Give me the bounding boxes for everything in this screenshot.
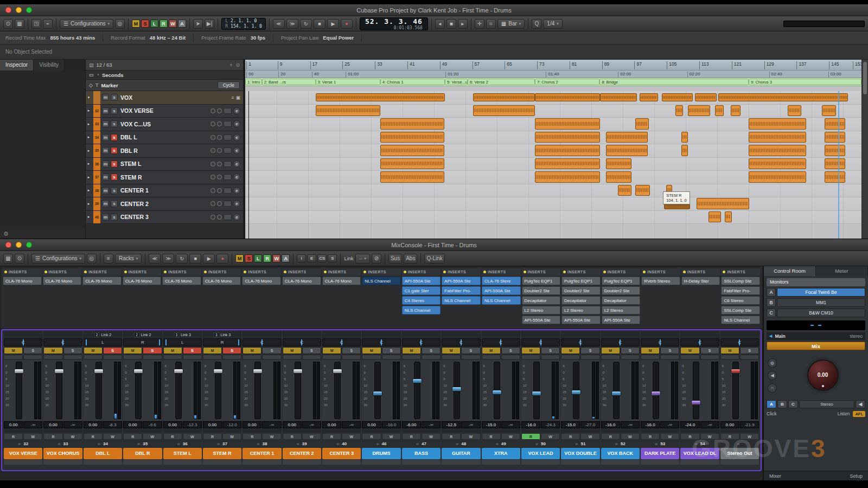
inserts-header[interactable]: INSERTS (522, 268, 561, 275)
audio-event[interactable] (606, 158, 632, 170)
scrollbar-thumb[interactable] (863, 62, 867, 94)
inserts-header[interactable]: INSERTS (43, 268, 82, 275)
fader-cap[interactable] (412, 378, 422, 383)
edit-channel-button[interactable] (143, 355, 162, 359)
go-to-next-marker-button[interactable]: ≫ (162, 254, 174, 264)
main-level-knob[interactable]: 0.00 (807, 359, 839, 391)
fader-column[interactable]: 60510152030 (84, 361, 113, 420)
channel-name[interactable]: GUITAR (442, 448, 480, 459)
mute-button[interactable]: M (242, 347, 261, 354)
pan-control[interactable]: C (283, 338, 321, 346)
listen-button[interactable] (203, 355, 222, 359)
state-button-a[interactable]: A (178, 20, 186, 28)
audio-event[interactable] (749, 118, 806, 130)
state-button-l[interactable]: L (254, 254, 262, 262)
play-button[interactable]: ▶ (327, 19, 339, 29)
write-automation-button[interactable]: W (63, 433, 82, 440)
pan-control[interactable]: C (322, 338, 361, 346)
track-mute-button[interactable]: m (102, 134, 109, 141)
punch-stop-icon[interactable]: ■ (446, 19, 456, 29)
read-automation-button[interactable]: R (322, 433, 341, 440)
mute-button[interactable]: M (362, 347, 381, 354)
insert-slot[interactable]: API-550A Ste (561, 316, 601, 324)
solo-button[interactable]: S (660, 347, 679, 354)
state-button-w[interactable]: W (272, 254, 280, 262)
folder-open-icon[interactable]: ▾ (86, 95, 92, 100)
track-arrow-icon[interactable]: ▸ (86, 122, 92, 126)
marker-cell[interactable]: 6: Verse 2 (468, 79, 535, 85)
fader-value[interactable]: 0.00 (4, 421, 23, 428)
read-automation-button[interactable]: R (561, 433, 580, 440)
audio-event[interactable] (695, 93, 717, 101)
dim-button[interactable]: ◍ (768, 358, 777, 368)
write-automation-button[interactable]: W (541, 433, 560, 440)
read-automation-button[interactable]: R (402, 433, 421, 440)
insert-slot[interactable]: PuigTec EQP1 (561, 277, 601, 285)
solo-button[interactable]: S (621, 347, 640, 354)
monitor-button[interactable] (217, 201, 222, 206)
fader-cap[interactable] (333, 369, 342, 374)
inserts-header[interactable]: INSERTS (362, 268, 401, 275)
track-solo-button[interactable]: s (111, 147, 118, 154)
edit-channel-button[interactable]: e (233, 147, 240, 154)
read-automation-button[interactable]: R (641, 433, 660, 440)
setup-toolbar-icon[interactable]: ▦ (15, 19, 24, 29)
track-row[interactable]: ▸32msVOX VERSEe (86, 105, 243, 118)
listen-button[interactable] (283, 355, 302, 359)
fader-cap[interactable] (94, 369, 104, 374)
record-button[interactable]: ● (341, 19, 353, 29)
track-row[interactable]: ▸38msCENTER 1e (86, 184, 243, 198)
tab-setup[interactable]: Setup (850, 473, 863, 479)
state-button-m[interactable]: M (235, 254, 244, 262)
fader-track[interactable] (414, 362, 420, 419)
track-controls-box[interactable] (224, 134, 232, 140)
inserts-header[interactable]: INSERTS (123, 268, 162, 275)
track-controls-box[interactable] (224, 201, 232, 207)
insert-slot[interactable]: CLA-76 Mono (202, 277, 241, 285)
edit-channel-button[interactable] (23, 355, 42, 359)
fader-column[interactable]: 60510152030 (164, 361, 193, 420)
insert-slot[interactable]: NLS Channel (402, 306, 441, 314)
headphone-button[interactable]: ∩ (768, 383, 777, 393)
inserts-header[interactable]: INSERTS (82, 268, 122, 275)
insert-slot[interactable]: Decapitator (522, 296, 561, 305)
peak-value[interactable]: -∞ (621, 421, 640, 428)
audio-event[interactable] (718, 93, 848, 101)
edit-channel-button[interactable] (660, 355, 679, 359)
camera-icon[interactable]: ◎ (115, 19, 125, 29)
insert-slot[interactable]: CLA-76 Mono (3, 277, 42, 285)
solo-button[interactable]: S (580, 347, 599, 354)
listen-button[interactable] (720, 355, 739, 359)
fader-cap[interactable] (731, 369, 741, 374)
read-automation-button[interactable]: R (720, 433, 739, 440)
listen-button[interactable] (521, 355, 540, 359)
audio-event[interactable] (662, 93, 693, 101)
audio-event[interactable] (535, 93, 600, 101)
insert-slot[interactable]: SSLComp Ste (721, 277, 760, 285)
peak-value[interactable]: -∞ (262, 421, 281, 428)
tab-mixer[interactable]: Mixer (769, 473, 781, 479)
audio-event[interactable] (535, 158, 600, 170)
track-mute-button[interactable]: m (102, 214, 109, 221)
channel-name[interactable]: Stereo Out (720, 448, 759, 459)
track-mute-button[interactable]: m (102, 160, 109, 168)
solo-button[interactable]: S (461, 347, 480, 354)
monitors-header[interactable]: Monitors (767, 278, 865, 286)
inserts-header[interactable]: INSERTS (242, 268, 281, 275)
mute-button[interactable]: M (123, 347, 142, 354)
channel-name[interactable]: VOX VERSE (4, 448, 42, 459)
pan-control[interactable]: C (442, 338, 480, 346)
fader-track[interactable] (613, 362, 620, 419)
audio-event[interactable] (535, 132, 600, 143)
write-automation-button[interactable]: W (660, 433, 679, 440)
pan-control[interactable]: C (680, 338, 719, 346)
state-button-s[interactable]: S (141, 20, 149, 28)
edit-channel-button[interactable] (501, 355, 520, 359)
read-automation-button[interactable]: R (482, 433, 501, 440)
audio-event[interactable] (380, 171, 444, 183)
track-solo-button[interactable]: s (111, 120, 118, 127)
edit-channel-button[interactable] (541, 355, 560, 359)
edit-channel-button[interactable] (342, 355, 361, 359)
inserts-header[interactable]: INSERTS (3, 268, 42, 275)
read-automation-button[interactable]: R (283, 433, 302, 440)
